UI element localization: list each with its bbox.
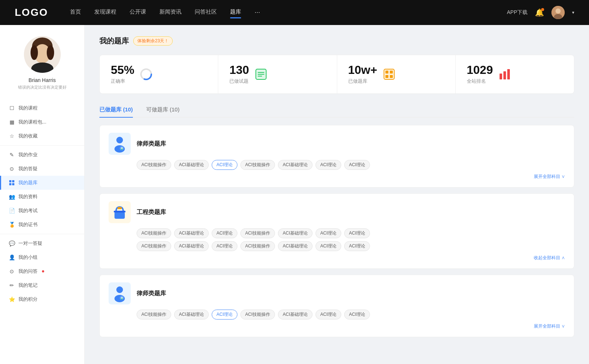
sidebar-item-my-questions[interactable]: ⊙ 我的问答 <box>0 264 84 278</box>
nav-links: 首页 发现课程 公开课 新闻资讯 问答社区 题库 ··· <box>70 8 507 17</box>
tag[interactable]: ACI理论 <box>315 160 341 170</box>
file-icon: 📄 <box>9 208 15 214</box>
tag[interactable]: ACI理论 <box>315 310 341 320</box>
tag[interactable]: ACI理论 <box>315 241 341 251</box>
qbank-tags-engineer-row2: ACI技能操作 ACI基础理论 ACI理论 ACI技能操作 ACI基础理论 AC… <box>137 241 565 251</box>
sidebar-item-my-points[interactable]: ⭐ 我的积分 <box>0 292 84 306</box>
tag[interactable]: ACI技能操作 <box>137 241 171 251</box>
svg-point-37 <box>116 286 123 293</box>
logo[interactable]: LOGO <box>15 7 48 18</box>
svg-rect-10 <box>9 180 11 182</box>
tag[interactable]: ACI基础理论 <box>278 228 313 238</box>
sidebar-item-my-exam[interactable]: 📄 我的考试 <box>0 204 84 218</box>
tabs: 已做题库 (10) 可做题库 (10) <box>99 103 574 118</box>
rank-icon <box>498 68 511 81</box>
stat-label-done-banks: 已做题库 <box>348 78 377 85</box>
nav-more[interactable]: ··· <box>254 8 260 17</box>
stat-value-done-questions: 130 <box>229 64 249 76</box>
tag[interactable]: ACI理论 <box>344 241 370 251</box>
sidebar-item-label: 我的答疑 <box>18 165 38 172</box>
tag[interactable]: ACI基础理论 <box>278 241 313 251</box>
tag[interactable]: ACI理论 <box>315 228 341 238</box>
nav-right: APP下载 🔔 ▾ <box>507 6 574 19</box>
svg-rect-27 <box>500 74 502 79</box>
sidebar-item-label: 我的课程 <box>18 105 38 111</box>
qbank-icon-lawyer-2 <box>109 282 131 304</box>
tab-done-banks[interactable]: 已做题库 (10) <box>99 103 133 117</box>
svg-rect-11 <box>12 180 14 182</box>
sidebar-item-label: 我的积分 <box>18 296 38 303</box>
stat-correct-rate: 55% 正确率 <box>100 55 218 93</box>
svg-rect-29 <box>507 69 510 79</box>
tag[interactable]: ACI技能操作 <box>240 228 275 238</box>
tag[interactable]: ACI技能操作 <box>240 160 275 170</box>
sidebar-item-my-profile[interactable]: 👥 我的资料 <box>0 190 84 204</box>
expand-button-lawyer-1[interactable]: 展开全部科目 ∨ <box>534 174 565 180</box>
expand-button-lawyer-2[interactable]: 展开全部科目 ∨ <box>534 323 565 329</box>
nav-qbank[interactable]: 题库 <box>230 8 241 17</box>
tab-available-banks[interactable]: 可做题库 (10) <box>146 103 180 117</box>
tag-active[interactable]: ACI理论 <box>212 160 237 170</box>
tag[interactable]: ACI技能操作 <box>137 310 171 320</box>
qbank-title-engineer: 工程类题库 <box>137 208 166 216</box>
sidebar: Brian Harris 错误的决定比没有决定要好 ☐ 我的课程 ▦ 我的课程包… <box>0 25 85 364</box>
qbank-tags-lawyer-2: ACI技能操作 ACI基础理论 ACI理论 ACI技能操作 ACI基础理论 AC… <box>137 310 565 320</box>
sidebar-item-certificate[interactable]: 🏅 我的证书 <box>0 218 84 232</box>
nav-qa[interactable]: 问答社区 <box>195 8 217 17</box>
user-group-icon: 👥 <box>9 194 15 200</box>
qbank-tags-lawyer-1: ACI技能操作 ACI基础理论 ACI理论 ACI技能操作 ACI基础理论 AC… <box>137 160 565 170</box>
tag[interactable]: ACI理论 <box>344 310 370 320</box>
sidebar-item-label: 我的收藏 <box>18 133 38 139</box>
collapse-button-engineer[interactable]: 收起全部科目 ∧ <box>534 255 565 261</box>
sidebar-menu: ☐ 我的课程 ▦ 我的课程包... ☆ 我的收藏 ✎ 我的作业 ⊙ 我的答疑 <box>0 97 84 310</box>
menu-divider-1 <box>0 145 84 146</box>
sidebar-item-my-qbank[interactable]: 我的题库 <box>0 176 84 190</box>
certificate-icon: 🏅 <box>9 222 15 228</box>
nav-news[interactable]: 新闻资讯 <box>159 8 181 17</box>
tag[interactable]: ACI技能操作 <box>240 241 275 251</box>
sidebar-item-my-group[interactable]: 👤 我的小组 <box>0 250 84 264</box>
nav-discover[interactable]: 发现课程 <box>94 8 116 17</box>
sidebar-item-favorites[interactable]: ☆ 我的收藏 <box>0 129 84 143</box>
stat-done-banks: 10w+ 已做题库 <box>337 55 456 93</box>
tag[interactable]: ACI理论 <box>344 228 370 238</box>
nav-opencourse[interactable]: 公开课 <box>130 8 146 17</box>
tag[interactable]: ACI基础理论 <box>174 310 209 320</box>
svg-point-33 <box>121 147 123 149</box>
tag[interactable]: ACI基础理论 <box>174 160 209 170</box>
sidebar-item-course-packages[interactable]: ▦ 我的课程包... <box>0 115 84 129</box>
question-icon: ⊙ <box>9 268 15 274</box>
nav-home[interactable]: 首页 <box>70 8 81 17</box>
page-layout: Brian Harris 错误的决定比没有决定要好 ☐ 我的课程 ▦ 我的课程包… <box>0 25 589 364</box>
sidebar-item-label: 我的笔记 <box>18 282 38 289</box>
notification-bell[interactable]: 🔔 <box>535 8 544 17</box>
group-icon: 👤 <box>9 254 15 260</box>
document-icon: ☐ <box>9 105 15 111</box>
tag[interactable]: ACI基础理论 <box>174 228 209 238</box>
tag[interactable]: ACI技能操作 <box>137 228 171 238</box>
sidebar-item-my-qa[interactable]: ⊙ 我的答疑 <box>0 162 84 176</box>
tag[interactable]: ACI理论 <box>344 160 370 170</box>
app-download-link[interactable]: APP下载 <box>507 9 528 16</box>
sidebar-item-homework[interactable]: ✎ 我的作业 <box>0 148 84 162</box>
tag-active[interactable]: ACI理论 <box>212 310 237 320</box>
tag[interactable]: ACI理论 <box>212 228 237 238</box>
tag[interactable]: ACI技能操作 <box>240 310 275 320</box>
avatar-chevron-icon[interactable]: ▾ <box>572 10 574 15</box>
tag[interactable]: ACI基础理论 <box>278 310 313 320</box>
question-circle-icon: ⊙ <box>9 166 15 172</box>
sidebar-item-label: 一对一答疑 <box>18 240 42 247</box>
tag[interactable]: ACI基础理论 <box>174 241 209 251</box>
sidebar-item-my-notes[interactable]: ✏ 我的笔记 <box>0 278 84 292</box>
sidebar-item-my-courses[interactable]: ☐ 我的课程 <box>0 101 84 115</box>
tag[interactable]: ACI理论 <box>212 241 237 251</box>
correct-rate-icon <box>140 68 153 81</box>
svg-rect-19 <box>258 74 264 75</box>
tag[interactable]: ACI基础理论 <box>278 160 313 170</box>
tag[interactable]: ACI技能操作 <box>137 160 171 170</box>
avatar[interactable] <box>551 6 565 19</box>
sidebar-item-label: 我的小组 <box>18 254 38 261</box>
sidebar-item-one-on-one[interactable]: 💬 一对一答疑 <box>0 236 84 250</box>
notification-dot <box>541 8 544 11</box>
profile-avatar <box>24 36 61 73</box>
